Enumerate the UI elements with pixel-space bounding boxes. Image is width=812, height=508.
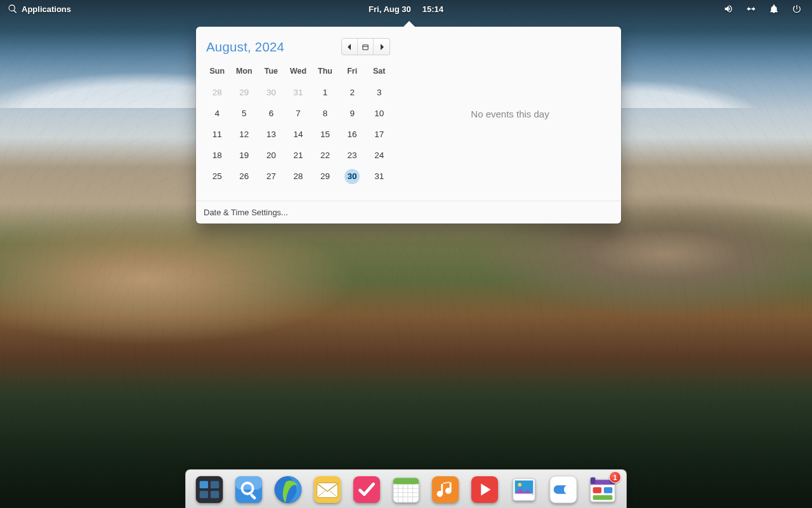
calendar-pane: August, 2024 SunMonTueWedThuFriSat282930… <box>196 27 399 201</box>
calendar-day[interactable]: 21 <box>285 145 312 166</box>
calendar-day[interactable]: 12 <box>231 124 258 145</box>
applications-label: Applications <box>22 4 71 14</box>
weekday-header: Mon <box>231 64 258 82</box>
dock-item-system-settings[interactable] <box>549 475 578 504</box>
update-badge: 1 <box>609 471 621 483</box>
date-label: Fri, Aug 30 <box>369 4 411 14</box>
dock-item-calendar[interactable] <box>391 475 421 504</box>
calendar-icon <box>362 44 369 50</box>
events-pane: No events this day <box>399 27 621 201</box>
search-files-icon <box>234 475 263 504</box>
calendar-day[interactable]: 11 <box>204 124 231 145</box>
calendar-day[interactable]: 25 <box>204 166 231 187</box>
calendar-day[interactable]: 27 <box>258 166 285 187</box>
clock-widget[interactable]: Fri, Aug 30 15:14 <box>369 4 443 14</box>
dock-item-tasks[interactable] <box>352 475 381 504</box>
calendar-day[interactable]: 24 <box>365 145 393 166</box>
calendar-day[interactable]: 20 <box>258 145 285 166</box>
top-panel: Applications Fri, Aug 30 15:14 <box>0 0 812 18</box>
today-button[interactable] <box>358 39 374 55</box>
session-indicator[interactable] <box>789 1 804 17</box>
toggle-switch-icon <box>549 475 578 504</box>
calendar-day[interactable]: 4 <box>204 103 231 124</box>
svg-rect-40 <box>604 487 612 493</box>
network-indicator[interactable] <box>743 1 759 17</box>
calendar-day[interactable]: 3 <box>365 82 393 103</box>
svg-rect-19 <box>393 482 419 485</box>
weekday-header: Sat <box>365 64 393 82</box>
weekday-header: Tue <box>258 64 285 82</box>
dock-item-videos[interactable] <box>470 475 499 504</box>
calendar-day[interactable]: 15 <box>311 124 339 145</box>
chevron-right-icon <box>379 44 385 50</box>
calendar-day[interactable]: 22 <box>311 145 339 166</box>
calendar-day[interactable]: 1 <box>311 82 339 103</box>
svg-rect-6 <box>200 491 208 498</box>
month-label: August, 2024 <box>206 39 284 55</box>
calendar-day[interactable]: 8 <box>311 103 339 124</box>
svg-rect-7 <box>211 491 219 498</box>
checkmark-icon <box>352 475 381 504</box>
weekday-header: Wed <box>285 64 312 82</box>
calendar-day[interactable]: 17 <box>365 124 393 145</box>
calendar-day[interactable]: 29 <box>231 82 258 103</box>
svg-point-34 <box>564 485 573 494</box>
calendar-day[interactable]: 16 <box>339 124 366 145</box>
dock-item-music[interactable] <box>431 475 460 504</box>
calendar-day[interactable]: 23 <box>339 145 366 166</box>
calendar-app-icon <box>391 475 421 504</box>
calendar-day[interactable]: 30 <box>339 166 366 187</box>
notifications-indicator[interactable] <box>766 1 782 17</box>
search-icon <box>8 4 18 14</box>
volume-icon <box>723 4 733 14</box>
bell-icon <box>769 4 779 14</box>
power-icon <box>792 4 802 14</box>
calendar-day[interactable]: 19 <box>231 145 258 166</box>
calendar-day[interactable]: 26 <box>231 166 258 187</box>
chevron-left-icon <box>346 44 353 50</box>
calendar-day[interactable]: 13 <box>258 124 285 145</box>
weekday-header: Thu <box>311 64 339 82</box>
calendar-day[interactable]: 14 <box>285 124 312 145</box>
calendar-day[interactable]: 6 <box>258 103 285 124</box>
svg-rect-0 <box>363 44 368 50</box>
datetime-settings-link[interactable]: Date & Time Settings... <box>196 201 621 224</box>
calendar-day[interactable]: 31 <box>285 82 312 103</box>
globe-icon <box>273 475 303 504</box>
svg-rect-2 <box>196 476 223 503</box>
calendar-day[interactable]: 18 <box>204 145 231 166</box>
photos-icon <box>509 475 539 504</box>
network-icon <box>746 4 756 14</box>
applications-menu[interactable]: Applications <box>8 4 71 14</box>
calendar-day[interactable]: 28 <box>285 166 312 187</box>
dock: 1 <box>185 469 627 508</box>
calendar-day[interactable]: 9 <box>339 103 366 124</box>
calendar-day[interactable]: 2 <box>339 82 366 103</box>
dock-item-files[interactable] <box>234 475 263 504</box>
envelope-icon <box>313 475 342 504</box>
svg-rect-4 <box>200 481 208 489</box>
previous-month-button[interactable] <box>342 39 358 55</box>
svg-point-31 <box>518 483 521 486</box>
calendar-day[interactable]: 10 <box>365 103 393 124</box>
sound-indicator[interactable] <box>721 1 736 17</box>
calendar-day[interactable]: 7 <box>285 103 312 124</box>
svg-rect-41 <box>593 495 613 500</box>
events-empty-label: No events this day <box>471 109 549 119</box>
dock-item-multitasking-view[interactable] <box>195 475 224 504</box>
multitasking-view-icon <box>195 475 224 504</box>
calendar-day[interactable]: 31 <box>365 166 393 187</box>
dock-item-photos[interactable] <box>509 475 539 504</box>
calendar-grid: SunMonTueWedThuFriSat2829303112345678910… <box>204 64 393 187</box>
calendar-day[interactable]: 5 <box>231 103 258 124</box>
svg-rect-27 <box>432 476 459 503</box>
calendar-day[interactable]: 29 <box>311 166 339 187</box>
svg-rect-39 <box>593 487 601 493</box>
next-month-button[interactable] <box>374 39 390 55</box>
svg-rect-37 <box>591 478 596 484</box>
dock-item-appcenter[interactable]: 1 <box>588 475 617 504</box>
calendar-day[interactable]: 28 <box>204 82 231 103</box>
dock-item-web-browser[interactable] <box>273 475 303 504</box>
dock-item-mail[interactable] <box>313 475 342 504</box>
calendar-day[interactable]: 30 <box>258 82 285 103</box>
